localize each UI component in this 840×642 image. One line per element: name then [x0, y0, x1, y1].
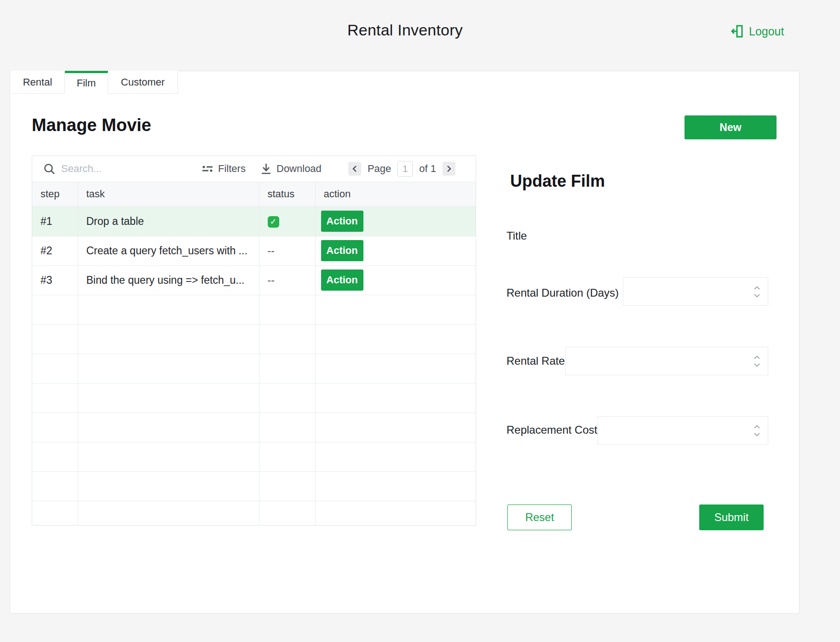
- cell-action: Action: [315, 206, 476, 236]
- cell-status: ✓: [259, 206, 315, 236]
- new-button[interactable]: New: [685, 115, 777, 139]
- column-header-step: step: [32, 182, 78, 206]
- table-toolbar: Filters Download: [32, 156, 476, 182]
- rental-rate-label: Rental Rate: [506, 354, 565, 368]
- spinner-up-icon: [754, 425, 760, 429]
- cell-task: Drop a table: [78, 206, 259, 236]
- empty-table-row: [32, 295, 476, 324]
- status-empty: --: [268, 274, 275, 286]
- download-label: Download: [276, 163, 322, 175]
- search-input[interactable]: [61, 163, 153, 175]
- tasks-table: step task status action #1 Drop a table …: [32, 182, 476, 526]
- replacement-cost-value[interactable]: [598, 417, 754, 444]
- form-title: Update Film: [510, 172, 605, 191]
- main-card: Rental Film Customer Manage Movie New: [10, 71, 800, 613]
- cell-status: --: [259, 236, 315, 265]
- pagination: Page of 1: [348, 156, 455, 182]
- column-header-action: action: [315, 182, 476, 206]
- page-of-label: of 1: [419, 163, 436, 175]
- number-spinner[interactable]: [754, 425, 768, 436]
- filters-icon: [201, 163, 213, 174]
- table-row: #3 Bind the query using => fetch_u... --…: [32, 265, 476, 295]
- spinner-up-icon: [754, 355, 760, 359]
- cell-task: Bind the query using => fetch_u...: [78, 265, 259, 295]
- cell-step: #2: [32, 236, 78, 265]
- spinner-down-icon: [754, 363, 760, 367]
- filters-label: Filters: [218, 163, 246, 175]
- number-spinner[interactable]: [754, 286, 768, 298]
- title-field-label: Title: [506, 229, 527, 243]
- submit-button[interactable]: Submit: [699, 504, 764, 530]
- rental-duration-value[interactable]: [623, 278, 754, 305]
- table-container: Filters Download: [32, 155, 476, 526]
- rental-duration-input: [623, 277, 768, 306]
- replacement-cost-input: [598, 416, 768, 445]
- empty-table-row: [32, 354, 476, 383]
- rental-rate-input: [565, 347, 768, 375]
- search-icon: [43, 163, 56, 175]
- reset-button[interactable]: Reset: [507, 504, 572, 530]
- logout-label: Logout: [749, 25, 784, 38]
- replacement-cost-label: Replacement Cost: [506, 423, 597, 437]
- cell-step: #3: [32, 265, 78, 295]
- number-spinner[interactable]: [754, 355, 768, 367]
- cell-status: --: [259, 265, 315, 295]
- status-empty: --: [268, 245, 275, 257]
- empty-table-row: [32, 324, 476, 354]
- download-icon: [260, 163, 272, 175]
- cell-step: #1: [32, 206, 78, 236]
- table-row: #2 Create a query fetch_users with ... -…: [32, 236, 476, 265]
- tab-bar: Rental Film Customer: [11, 71, 178, 94]
- chevron-left-icon: [351, 165, 358, 173]
- column-header-status: status: [259, 182, 315, 206]
- page: Rental Inventory Logout Rental Film Cust…: [0, 0, 840, 642]
- logout-button[interactable]: Logout: [731, 24, 784, 39]
- action-button[interactable]: Action: [321, 240, 363, 261]
- rental-rate-value[interactable]: [566, 347, 754, 375]
- empty-table-row: [32, 413, 476, 442]
- empty-table-row: [32, 383, 476, 413]
- download-button[interactable]: Download: [260, 156, 322, 182]
- action-button[interactable]: Action: [321, 269, 363, 291]
- filters-button[interactable]: Filters: [201, 156, 246, 182]
- next-page-button[interactable]: [443, 162, 455, 176]
- column-header-task: task: [78, 182, 259, 206]
- page-number-input[interactable]: [397, 161, 413, 177]
- table-row: #1 Drop a table ✓ Action: [32, 206, 476, 236]
- cell-task: Create a query fetch_users with ...: [78, 236, 259, 265]
- table-header-row: step task status action: [32, 182, 476, 206]
- previous-page-button[interactable]: [348, 162, 361, 176]
- empty-table-row: [32, 501, 476, 526]
- rental-duration-label: Rental Duration (Days): [506, 286, 619, 300]
- cell-action: Action: [315, 236, 476, 265]
- chevron-right-icon: [446, 165, 452, 173]
- title-input-wrap: [556, 222, 758, 250]
- spinner-down-icon: [754, 294, 760, 298]
- search-box: [43, 156, 153, 182]
- spinner-up-icon: [754, 286, 760, 290]
- cell-action: Action: [315, 265, 476, 295]
- tab-rental[interactable]: Rental: [11, 71, 65, 94]
- title-input[interactable]: [556, 222, 758, 250]
- tab-customer[interactable]: Customer: [108, 71, 178, 94]
- empty-table-row: [32, 471, 476, 501]
- tab-film[interactable]: Film: [65, 71, 108, 94]
- spinner-down-icon: [754, 433, 760, 436]
- action-button[interactable]: Action: [321, 211, 363, 232]
- empty-table-row: [32, 442, 476, 471]
- page-title: Rental Inventory: [10, 21, 800, 39]
- page-label: Page: [368, 163, 391, 175]
- logout-icon: [731, 24, 744, 39]
- status-check-badge: ✓: [268, 216, 279, 228]
- section-title: Manage Movie: [32, 115, 151, 135]
